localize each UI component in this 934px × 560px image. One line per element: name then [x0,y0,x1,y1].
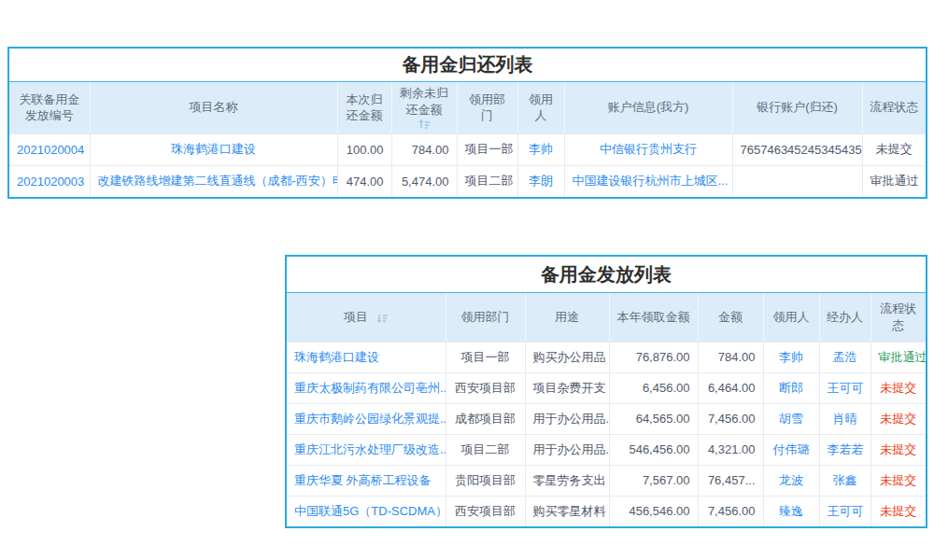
account-info-link[interactable]: 中信银行贵州支行 [564,133,732,165]
amount-cell: 6,464.00 [698,372,763,403]
handler-link[interactable]: 张鑫 [819,465,870,496]
return-table-row: 2021020003 改建铁路线增建第二线直通线（成都-西安）电... 474.… [9,165,926,197]
bank-account-cell: 765746345245345435 [732,133,862,165]
col-flow-status: 流程状态 [862,82,926,133]
account-info-link[interactable]: 中国建设银行杭州市上城区... [564,165,732,197]
handler-link[interactable]: 王可可 [819,496,870,526]
use-dept-cell: 西安项目部 [446,372,525,403]
col-use-dept: 领用部门 [457,82,517,133]
issue-table: 项目 领用部门 用途 本年领取金额 金额 领用人 经办人 流程状态 珠海鹤港口建… [287,293,926,526]
flow-status-cell: 审批通过 [862,165,926,197]
issue-table-row: 中国联通5G（TD-SCDMA）... 西安项目部 购买零星材料 456,546… [287,496,926,526]
flow-status-cell: 未提交 [870,403,926,434]
use-person-link[interactable]: 付伟璐 [763,434,819,465]
issue-list-title: 备用金发放列表 [287,257,926,293]
col-account-info: 账户信息(我方) [564,82,732,133]
issue-code-link[interactable]: 2021020003 [9,165,90,197]
flow-status-cell: 未提交 [870,372,926,403]
return-table-row: 2021020004 珠海鹤港口建设 100.00 784.00 项目一部 李帅… [9,133,926,165]
purpose-cell: 用于办公用品... [525,434,609,465]
year-amount-cell: 546,456.00 [609,434,698,465]
amount-cell: 7,456.00 [698,403,763,434]
year-amount-cell: 456,546.00 [609,496,698,526]
amount-cell: 76,457... [698,465,763,496]
project-link[interactable]: 珠海鹤港口建设 [287,342,446,372]
col-use-dept: 领用部门 [446,293,525,342]
issue-table-row: 重庆市鹅岭公园绿化景观提... 成都项目部 用于办公用品... 64,565.0… [287,403,926,434]
purpose-cell: 购买办公用品 [525,342,609,372]
col-year-amount: 本年领取金额 [609,293,698,342]
col-handler: 经办人 [819,293,870,342]
use-person-link[interactable]: 李朗 [517,165,564,197]
use-person-link[interactable]: 胡雪 [763,403,819,434]
bank-account-cell [732,165,862,197]
col-related-issue-code: 关联备用金发放编号 [9,82,90,133]
purpose-cell: 购买零星材料 [525,496,609,526]
return-table: 关联备用金发放编号 项目名称 本次归还金额 剩余未归还金额 领用部门 领用人 账… [9,82,926,197]
sort-icon[interactable] [376,313,389,324]
flow-status-cell: 未提交 [870,465,926,496]
project-link[interactable]: 重庆市鹅岭公园绿化景观提... [287,403,446,434]
flow-status-cell: 未提交 [870,434,926,465]
col-amount: 金额 [698,293,763,342]
year-amount-cell: 6,456.00 [609,372,698,403]
project-link[interactable]: 中国联通5G（TD-SCDMA）... [287,496,446,526]
project-name-link[interactable]: 珠海鹤港口建设 [90,133,337,165]
amount-cell: 784.00 [698,342,763,372]
purpose-cell: 用于办公用品... [525,403,609,434]
use-dept-cell: 成都项目部 [446,403,525,434]
return-list-card: 备用金归还列表 关联备用金发放编号 项目名称 本次归还金额 剩余未归还金额 领用… [7,47,927,199]
sort-icon[interactable] [418,119,431,130]
use-dept-cell: 贵阳项目部 [446,465,525,496]
col-purpose: 用途 [525,293,609,342]
use-dept-cell: 项目二部 [446,434,525,465]
purpose-cell: 项目杂费开支 [525,372,609,403]
issue-table-row: 珠海鹤港口建设 项目一部 购买办公用品 76,876.00 784.00 李帅 … [287,342,926,372]
use-dept-cell: 项目二部 [457,165,517,197]
use-person-link[interactable]: 断郎 [763,372,819,403]
year-amount-cell: 64,565.00 [609,403,698,434]
use-person-link[interactable]: 龙波 [763,465,819,496]
project-link[interactable]: 重庆太极制药有限公司亳州... [287,372,446,403]
year-amount-cell: 76,876.00 [609,342,698,372]
return-list-title: 备用金归还列表 [9,49,926,82]
remaining-amount-cell: 784.00 [391,133,457,165]
project-name-link[interactable]: 改建铁路线增建第二线直通线（成都-西安）电... [90,165,337,197]
col-flow-status: 流程状态 [870,293,926,342]
handler-link[interactable]: 孟浩 [819,342,870,372]
handler-link[interactable]: 肖晴 [819,403,870,434]
issue-list-card: 备用金发放列表 项目 领用部门 用途 本年领取金额 金额 领用人 经办人 [285,255,927,528]
issue-table-row: 重庆江北污水处理厂级改造... 项目二部 用于办公用品... 546,456.0… [287,434,926,465]
year-amount-cell: 7,567.00 [609,465,698,496]
col-use-person: 领用人 [517,82,564,133]
use-person-link[interactable]: 李帅 [763,342,819,372]
use-dept-cell: 项目一部 [446,342,525,372]
issue-code-link[interactable]: 2021020004 [9,133,90,165]
return-amount-cell: 474.00 [337,165,391,197]
flow-status-cell: 未提交 [862,133,926,165]
issue-table-row: 重庆太极制药有限公司亳州... 西安项目部 项目杂费开支 6,456.00 6,… [287,372,926,403]
col-bank-account: 银行账户(归还) [732,82,862,133]
amount-cell: 4,321.00 [698,434,763,465]
use-person-link[interactable]: 臻逸 [763,496,819,526]
use-dept-cell: 西安项目部 [446,496,525,526]
col-remaining-amount[interactable]: 剩余未归还金额 [391,82,457,133]
issue-header-row: 项目 领用部门 用途 本年领取金额 金额 领用人 经办人 流程状态 [287,293,926,342]
flow-status-cell: 未提交 [870,496,926,526]
col-project-name: 项目名称 [90,82,337,133]
flow-status-cell: 审批通过 [870,342,926,372]
return-amount-cell: 100.00 [337,133,391,165]
use-person-link[interactable]: 李帅 [517,133,564,165]
project-link[interactable]: 重庆华夏 外高桥工程设备 [287,465,446,496]
handler-link[interactable]: 王可可 [819,372,870,403]
col-project[interactable]: 项目 [287,293,446,342]
col-return-amount: 本次归还金额 [337,82,391,133]
return-header-row: 关联备用金发放编号 项目名称 本次归还金额 剩余未归还金额 领用部门 领用人 账… [9,82,926,133]
project-link[interactable]: 重庆江北污水处理厂级改造... [287,434,446,465]
remaining-amount-cell: 5,474.00 [391,165,457,197]
issue-table-row: 重庆华夏 外高桥工程设备 贵阳项目部 零星劳务支出 7,567.00 76,45… [287,465,926,496]
handler-link[interactable]: 李若若 [819,434,870,465]
use-dept-cell: 项目一部 [457,133,517,165]
col-use-person: 领用人 [763,293,819,342]
purpose-cell: 零星劳务支出 [525,465,609,496]
